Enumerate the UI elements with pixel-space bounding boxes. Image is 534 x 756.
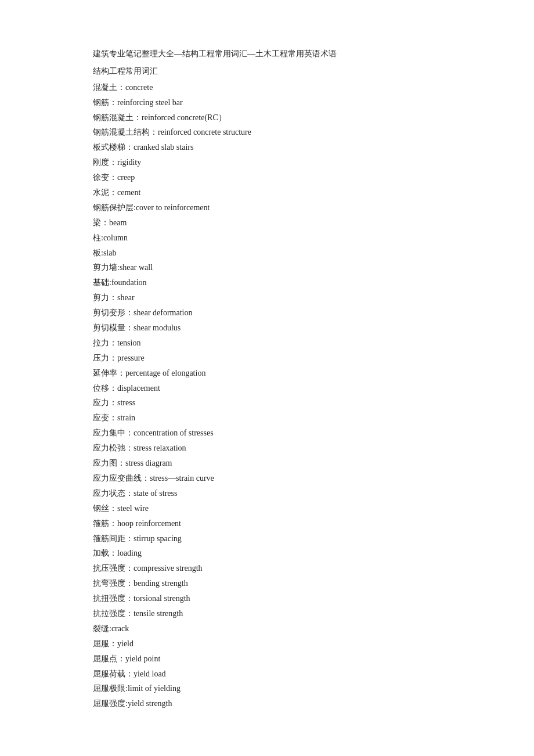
term-english: rigidity [117, 158, 141, 167]
term-line: 板式楼梯：cranked slab stairs [93, 140, 441, 155]
term-english: state of stress [134, 489, 177, 498]
term-chinese: 钢筋： [93, 98, 117, 107]
term-chinese: 钢筋混凝土： [93, 113, 142, 122]
term-chinese: 屈服荷载： [93, 669, 134, 678]
term-chinese: 剪力墙: [93, 263, 120, 272]
term-line: 基础:foundation [93, 275, 441, 290]
term-english: creep [117, 173, 135, 182]
term-english: column [103, 233, 128, 242]
term-line: 拉力：tension [93, 336, 441, 351]
term-chinese: 应力应变曲线： [93, 474, 150, 483]
term-chinese: 加载： [93, 549, 117, 557]
term-line: 抗弯强度：bending strength [93, 576, 441, 591]
term-line: 剪力墙:shear wall [93, 260, 441, 275]
term-english: hoop reinforcement [117, 519, 181, 528]
term-line: 应力状态：state of stress [93, 486, 441, 501]
term-chinese: 压力： [93, 354, 117, 362]
term-chinese: 屈服点： [93, 654, 125, 663]
term-chinese: 应力状态： [93, 489, 134, 498]
term-chinese: 延伸率： [93, 369, 125, 377]
term-english: cement [117, 188, 140, 197]
term-english: tensile strength [134, 609, 183, 618]
term-chinese: 抗弯强度： [93, 579, 134, 588]
term-english: yield point [125, 654, 160, 663]
term-chinese: 剪切变形： [93, 308, 134, 317]
term-chinese: 屈服极限: [93, 684, 128, 693]
term-chinese: 应力图： [93, 459, 125, 467]
term-line: 屈服：yield [93, 636, 441, 651]
term-line: 钢筋混凝土：reinforced concrete(RC） [93, 110, 441, 125]
term-english: torsional strength [134, 594, 190, 603]
term-english: shear wall [120, 263, 153, 272]
term-chinese: 箍筋： [93, 519, 117, 528]
term-line: 屈服点：yield point [93, 651, 441, 667]
term-line: 抗拉强度：tensile strength [93, 606, 441, 621]
term-english: stirrup spacing [134, 534, 182, 543]
term-chinese: 抗拉强度： [93, 609, 134, 618]
term-line: 剪力：shear [93, 290, 441, 305]
term-line: 应力应变曲线：stress—strain curve [93, 471, 441, 486]
term-chinese: 应力： [93, 398, 117, 407]
term-english: yield load [134, 669, 166, 678]
term-english: percentage of elongation [125, 369, 205, 377]
term-line: 延伸率：percentage of elongation [93, 366, 441, 381]
term-line: 应力：stress [93, 395, 441, 411]
term-chinese: 板式楼梯： [93, 143, 134, 152]
term-line: 水泥：cement [93, 185, 441, 200]
term-chinese: 抗压强度： [93, 564, 134, 573]
term-line: 抗扭强度：torsional strength [93, 591, 441, 606]
term-chinese: 拉力： [93, 339, 117, 347]
term-line: 位移：displacement [93, 381, 441, 396]
term-line: 柱:column [93, 231, 441, 246]
term-line: 钢筋混凝土结构：reinforced concrete structure [93, 125, 441, 140]
term-line: 应变：strain [93, 411, 441, 426]
term-english: concrete [125, 83, 153, 92]
term-english: concentration of stresses [134, 429, 214, 437]
term-english: cranked slab stairs [134, 143, 193, 152]
term-chinese: 应变： [93, 413, 117, 422]
term-chinese: 剪切模量： [93, 323, 134, 332]
terms-list: 混凝土：concrete钢筋：reinforcing steel bar钢筋混凝… [93, 80, 441, 711]
term-line: 剪切模量：shear modulus [93, 321, 441, 336]
term-chinese: 基础: [93, 278, 111, 287]
term-english: tension [117, 339, 140, 347]
term-english: stress—strain curve [150, 474, 214, 483]
term-chinese: 屈服： [93, 639, 117, 648]
term-line: 箍筋间距：stirrup spacing [93, 531, 441, 546]
term-english: pressure [117, 354, 145, 362]
term-line: 屈服强度:yield strength [93, 696, 441, 711]
term-english: loading [117, 549, 142, 557]
term-english: beam [109, 218, 127, 227]
term-line: 应力图：stress diagram [93, 456, 441, 471]
term-line: 板:slab [93, 246, 441, 261]
term-english: bending strength [134, 579, 188, 588]
term-line: 压力：pressure [93, 351, 441, 366]
term-chinese: 混凝土： [93, 83, 125, 92]
term-line: 抗压强度：compressive strength [93, 561, 441, 576]
term-line: 箍筋：hoop reinforcement [93, 516, 441, 531]
term-chinese: 梁： [93, 218, 109, 227]
term-english: shear deformation [134, 308, 192, 317]
section-title: 结构工程常用词汇 [93, 64, 441, 79]
term-line: 裂缝:crack [93, 621, 441, 636]
term-chinese: 应力松弛： [93, 444, 134, 452]
document-title: 建筑专业笔记整理大全—结构工程常用词汇—土木工程常用英语术语 [93, 46, 441, 62]
term-chinese: 钢筋混凝土结构： [93, 128, 158, 136]
term-chinese: 柱: [93, 233, 103, 242]
term-english: foundation [111, 278, 147, 287]
term-english: limit of yielding [128, 684, 181, 693]
term-chinese: 钢丝： [93, 504, 117, 513]
term-line: 应力松弛：stress relaxation [93, 441, 441, 456]
term-line: 钢筋保护层:cover to reinforcement [93, 200, 441, 215]
term-english: stress [117, 398, 135, 407]
term-english: cover to reinforcement [136, 203, 210, 212]
term-line: 屈服荷载：yield load [93, 667, 441, 682]
term-english: yield strength [128, 699, 172, 708]
term-chinese: 剪力： [93, 293, 117, 302]
term-line: 屈服极限:limit of yielding [93, 681, 441, 696]
term-english: stress relaxation [134, 444, 186, 452]
term-chinese: 抗扭强度： [93, 594, 134, 603]
term-line: 钢丝：steel wire [93, 501, 441, 516]
term-english: yield [117, 639, 134, 648]
term-chinese: 板: [93, 249, 103, 257]
